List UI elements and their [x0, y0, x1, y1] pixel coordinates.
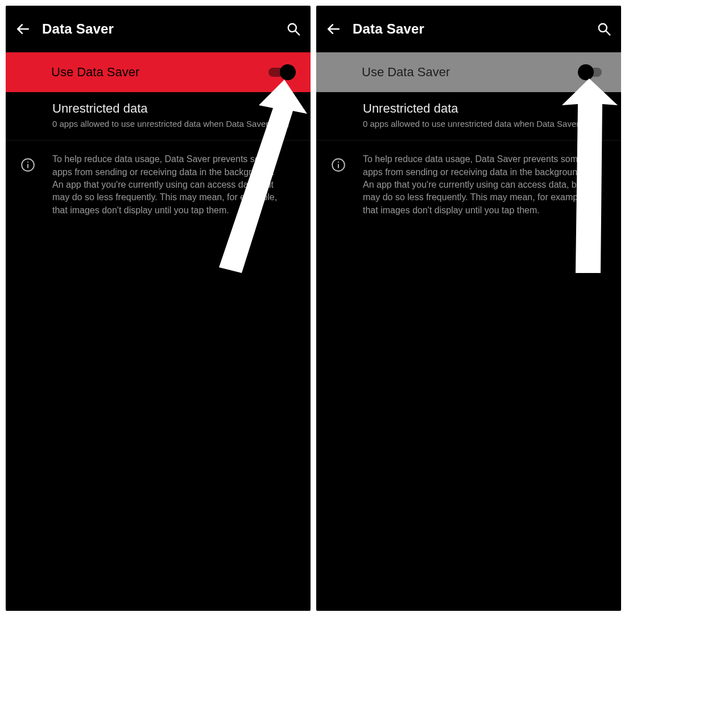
unrestricted-subtitle: 0 apps allowed to use unrestricted data … [52, 118, 297, 130]
back-button[interactable] [325, 21, 341, 37]
unrestricted-data-item[interactable]: Unrestricted data 0 apps allowed to use … [316, 92, 621, 140]
svg-line-9 [606, 31, 610, 35]
svg-line-2 [295, 31, 299, 35]
toggle-thumb [280, 64, 296, 80]
app-header: Data Saver [6, 6, 311, 52]
back-button[interactable] [15, 21, 31, 37]
unrestricted-subtitle: 0 apps allowed to use unrestricted data … [363, 118, 607, 130]
svg-point-5 [27, 162, 28, 163]
search-button[interactable] [286, 21, 301, 37]
use-data-saver-row[interactable]: Use Data Saver [316, 52, 621, 92]
info-block: To help reduce data usage, Data Saver pr… [316, 140, 621, 222]
unrestricted-title: Unrestricted data [52, 101, 297, 116]
search-button[interactable] [596, 21, 612, 37]
info-block: To help reduce data usage, Data Saver pr… [6, 140, 311, 222]
unrestricted-title: Unrestricted data [363, 101, 607, 116]
use-data-saver-label: Use Data Saver [362, 65, 450, 80]
screenshot-right: Data Saver Use Data Saver Unrestricted d… [316, 6, 621, 611]
unrestricted-data-item[interactable]: Unrestricted data 0 apps allowed to use … [6, 92, 311, 140]
svg-point-12 [338, 162, 339, 163]
use-data-saver-label: Use Data Saver [51, 65, 139, 80]
info-text: To help reduce data usage, Data Saver pr… [363, 153, 596, 217]
data-saver-toggle-off[interactable] [579, 64, 605, 80]
use-data-saver-row[interactable]: Use Data Saver [6, 52, 311, 92]
info-icon [330, 156, 347, 173]
page-title: Data Saver [42, 21, 286, 37]
toggle-thumb [578, 64, 594, 80]
info-icon [19, 156, 36, 173]
info-text: To help reduce data usage, Data Saver pr… [52, 153, 286, 217]
app-header: Data Saver [316, 6, 621, 52]
screenshot-left: Data Saver Use Data Saver Unrestricted d… [6, 6, 311, 611]
page-title: Data Saver [353, 21, 596, 37]
data-saver-toggle-on[interactable] [268, 64, 295, 80]
screenshot-divider [311, 6, 316, 611]
